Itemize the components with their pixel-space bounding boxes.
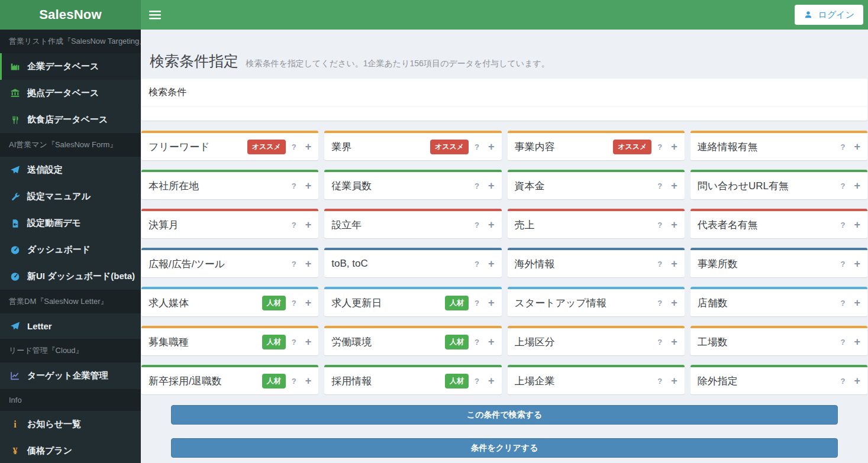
help-icon[interactable]: ?: [657, 221, 662, 229]
brand-logo[interactable]: SalesNow: [0, 0, 141, 30]
add-condition-icon[interactable]: +: [488, 219, 495, 230]
sidebar-item-settings-manual[interactable]: 設定マニュアル: [0, 183, 141, 210]
add-condition-icon[interactable]: +: [671, 141, 677, 152]
add-condition-icon[interactable]: +: [671, 297, 677, 308]
hamburger-icon[interactable]: [141, 0, 169, 30]
add-condition-icon[interactable]: +: [671, 180, 677, 191]
sidebar-item-label: お知らせ一覧: [27, 419, 81, 430]
help-icon[interactable]: ?: [475, 377, 479, 386]
condition-card: 店舗数?+: [690, 287, 867, 316]
video-file-icon: [9, 219, 21, 228]
help-icon[interactable]: ?: [657, 377, 662, 386]
condition-card: 労働環境人材?+: [324, 326, 501, 355]
card-label: 決算月: [149, 218, 292, 232]
card-label: 連絡情報有無: [698, 140, 841, 154]
help-icon[interactable]: ?: [292, 260, 296, 268]
help-icon[interactable]: ?: [841, 338, 846, 347]
add-condition-icon[interactable]: +: [305, 336, 312, 347]
sidebar-item-letter[interactable]: Letter: [0, 313, 141, 339]
card-badge: オススメ: [613, 140, 651, 154]
condition-card: 求人媒体人材?+: [141, 287, 318, 316]
help-icon[interactable]: ?: [292, 182, 296, 190]
add-condition-icon[interactable]: +: [854, 219, 860, 230]
help-icon[interactable]: ?: [841, 299, 846, 307]
add-condition-icon[interactable]: +: [671, 219, 677, 230]
help-icon[interactable]: ?: [475, 221, 479, 229]
add-condition-icon[interactable]: +: [671, 258, 677, 269]
help-icon[interactable]: ?: [657, 338, 662, 347]
sidebar-item-dashboard[interactable]: ダッシュボード: [0, 237, 141, 263]
sidebar-item-label: 送信設定: [27, 164, 63, 176]
add-condition-icon[interactable]: +: [305, 141, 312, 152]
help-icon[interactable]: ?: [657, 182, 662, 190]
tachometer-icon: [9, 271, 21, 281]
content-header: 検索条件指定 検索条件を指定してください。1企業あたり156項目のデータを付与し…: [141, 30, 867, 79]
clear-button[interactable]: 条件をクリアする: [171, 438, 838, 458]
help-icon[interactable]: ?: [475, 299, 479, 307]
add-condition-icon[interactable]: +: [854, 297, 860, 308]
add-condition-icon[interactable]: +: [488, 180, 495, 191]
add-condition-icon[interactable]: +: [671, 336, 677, 347]
add-condition-icon[interactable]: +: [488, 258, 495, 269]
actions: この条件で検索する 条件をクリアする: [141, 394, 867, 458]
card-badge: オススメ: [430, 140, 469, 154]
login-button[interactable]: ログイン: [795, 5, 863, 25]
card-label: 売上: [515, 218, 658, 232]
help-icon[interactable]: ?: [292, 377, 296, 386]
sidebar-item-restaurant-database[interactable]: 飲食店データベース: [0, 106, 141, 133]
sidebar-item-news-list[interactable]: iお知らせ一覧: [0, 411, 141, 438]
login-label: ログイン: [818, 9, 854, 21]
add-condition-icon[interactable]: +: [488, 375, 495, 386]
help-icon[interactable]: ?: [475, 338, 479, 347]
condition-card: 採用情報人材?+: [324, 365, 501, 394]
condition-card: 事業内容オススメ?+: [508, 131, 685, 160]
help-icon[interactable]: ?: [841, 260, 846, 268]
add-condition-icon[interactable]: +: [854, 336, 860, 347]
help-icon[interactable]: ?: [657, 299, 662, 307]
sidebar-item-target-company-management[interactable]: ターゲット企業管理: [0, 362, 141, 389]
add-condition-icon[interactable]: +: [305, 375, 312, 386]
help-icon[interactable]: ?: [475, 182, 479, 190]
help-icon[interactable]: ?: [292, 221, 296, 229]
add-condition-icon[interactable]: +: [305, 180, 312, 191]
add-condition-icon[interactable]: +: [305, 297, 312, 308]
help-icon[interactable]: ?: [292, 143, 296, 151]
help-icon[interactable]: ?: [475, 260, 479, 268]
sidebar-item-branch-database[interactable]: 拠点データベース: [0, 80, 141, 106]
add-condition-icon[interactable]: +: [305, 258, 312, 269]
card-label: 労働環境: [331, 335, 445, 349]
sidebar-item-send-settings[interactable]: 送信設定: [0, 157, 141, 183]
add-condition-icon[interactable]: +: [854, 180, 860, 191]
add-condition-icon[interactable]: +: [488, 336, 495, 347]
help-icon[interactable]: ?: [841, 143, 846, 151]
add-condition-icon[interactable]: +: [305, 219, 312, 230]
sidebar-item-company-database[interactable]: 企業データベース: [0, 53, 141, 80]
help-icon[interactable]: ?: [841, 377, 846, 386]
app: SalesNow ログイン 営業リスト作成『SalesNow Targeting…: [0, 0, 868, 463]
add-condition-icon[interactable]: +: [854, 375, 860, 386]
card-badge: 人材: [262, 335, 286, 349]
help-icon[interactable]: ?: [292, 338, 296, 347]
add-condition-icon[interactable]: +: [488, 297, 495, 308]
help-icon[interactable]: ?: [475, 143, 479, 151]
sidebar-item-price-plan[interactable]: ¥価格プラン: [0, 438, 141, 463]
add-condition-icon[interactable]: +: [854, 258, 860, 269]
sidebar-item-settings-video-demo[interactable]: 設定動画デモ: [0, 210, 141, 237]
help-icon[interactable]: ?: [657, 143, 662, 151]
help-icon[interactable]: ?: [841, 221, 846, 229]
paper-plane-icon: [9, 165, 21, 175]
condition-card: 上場区分?+: [508, 326, 685, 355]
help-icon[interactable]: ?: [657, 260, 662, 268]
add-condition-icon[interactable]: +: [671, 375, 677, 386]
sidebar-item-new-ui-dashboard[interactable]: 新UI ダッシュボード(beta): [0, 263, 141, 290]
sidebar-item-label: Letter: [27, 321, 52, 331]
help-icon[interactable]: ?: [841, 182, 846, 190]
sidebar-section-header: Info: [0, 389, 141, 411]
card-label: toB, toC: [331, 258, 475, 270]
search-button[interactable]: この条件で検索する: [171, 405, 838, 425]
help-icon[interactable]: ?: [292, 299, 296, 307]
add-condition-icon[interactable]: +: [854, 141, 860, 152]
card-label: 上場区分: [515, 335, 658, 349]
condition-card: 除外指定?+: [690, 365, 867, 394]
add-condition-icon[interactable]: +: [488, 141, 495, 152]
